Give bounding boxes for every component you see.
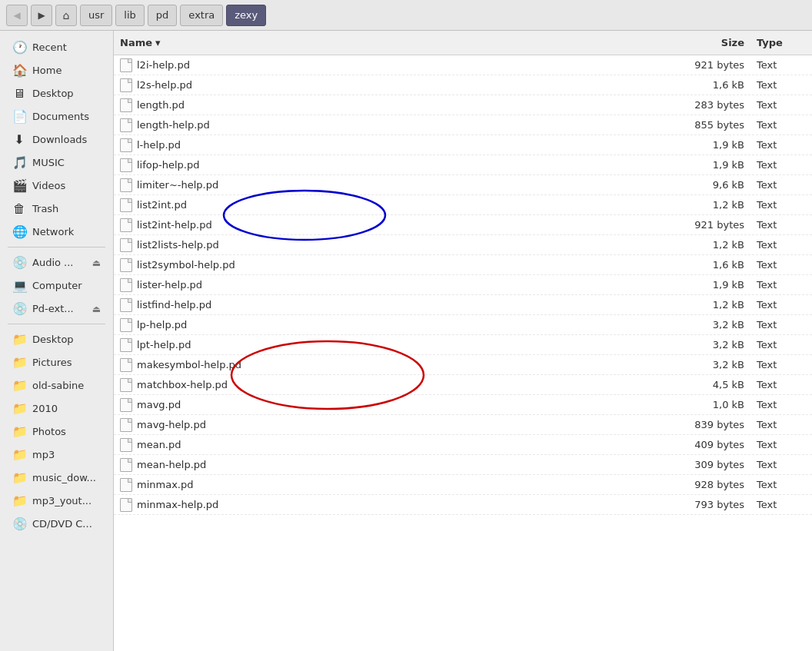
table-row[interactable]: lpt-help.pd 3,2 kB Text — [114, 335, 812, 355]
sidebar-label-recent: Recent — [32, 42, 67, 53]
file-icon — [120, 358, 132, 372]
home-crumb-icon[interactable]: ⌂ — [55, 5, 77, 26]
sidebar-label-trash: Trash — [32, 203, 58, 214]
file-icon — [120, 338, 132, 352]
sidebar-item-home[interactable]: 🏠 Home — [3, 59, 110, 81]
back-button[interactable]: ◀ — [6, 5, 28, 26]
sidebar-item-documents[interactable]: 📄 Documents — [3, 105, 110, 128]
mp3yout-icon: 📁 — [12, 493, 26, 508]
sidebar-label-pdext: Pd-ext... — [32, 303, 86, 314]
table-row[interactable]: l2s-help.pd 1,6 kB Text — [114, 75, 812, 95]
sidebar-item-pdext[interactable]: 💿 Pd-ext... ⏏ — [3, 297, 110, 320]
sidebar-item-music[interactable]: 🎵 MUSIC — [3, 151, 110, 174]
sidebar-item-cddvd[interactable]: 💿 CD/DVD C... — [3, 513, 110, 535]
sidebar-item-computer[interactable]: 💻 Computer — [3, 274, 110, 297]
crumb-lib[interactable]: lib — [115, 5, 144, 26]
sidebar-item-network[interactable]: 🌐 Network — [3, 221, 110, 243]
audio-eject-icon[interactable]: ⏏ — [92, 257, 101, 268]
col-header-name[interactable]: Name ▾ — [114, 37, 666, 48]
table-row[interactable]: limiter~-help.pd 9,6 kB Text — [114, 175, 812, 195]
table-row[interactable]: minmax.pd 928 bytes Text — [114, 475, 812, 495]
table-row[interactable]: listfind-help.pd 1,2 kB Text — [114, 295, 812, 315]
sidebar-item-recent[interactable]: 🕐 Recent — [3, 36, 110, 58]
table-row[interactable]: lifop-help.pd 1,9 kB Text — [114, 155, 812, 175]
file-name: lp-help.pd — [137, 319, 187, 330]
sidebar-label-desktop: Desktop — [32, 88, 74, 99]
file-name-cell: l-help.pd — [114, 138, 666, 152]
table-row[interactable]: mavg.pd 1,0 kB Text — [114, 395, 812, 415]
file-name-cell: limiter~-help.pd — [114, 178, 666, 192]
file-type: Text — [750, 299, 812, 311]
file-icon — [120, 158, 132, 172]
crumb-usr[interactable]: usr — [80, 5, 112, 26]
file-type: Text — [750, 99, 812, 111]
sidebar-item-desktop2[interactable]: 📁 Desktop — [3, 328, 110, 350]
table-row[interactable]: mavg-help.pd 839 bytes Text — [114, 415, 812, 435]
file-type: Text — [750, 59, 812, 71]
file-name: list2lists-help.pd — [137, 239, 219, 251]
sidebar-item-photos[interactable]: 📁 Photos — [3, 420, 110, 443]
sidebar-label-audio: Audio ... — [32, 257, 86, 268]
sidebar-item-desktop[interactable]: 🖥 Desktop — [3, 82, 110, 105]
file-type: Text — [750, 159, 812, 171]
table-row[interactable]: mean-help.pd 309 bytes Text — [114, 455, 812, 475]
sidebar-label-downloads: Downloads — [32, 134, 87, 145]
photos-icon: 📁 — [12, 424, 26, 439]
sidebar-item-downloads[interactable]: ⬇ Downloads — [3, 128, 110, 151]
file-name-cell: list2symbol-help.pd — [114, 258, 666, 272]
col-header-type[interactable]: Type — [750, 37, 812, 48]
sidebar-item-audio[interactable]: 💿 Audio ... ⏏ — [3, 251, 110, 274]
file-type: Text — [750, 379, 812, 390]
table-row[interactable]: list2int-help.pd 921 bytes Text — [114, 215, 812, 235]
sidebar-item-trash[interactable]: 🗑 Trash — [3, 198, 110, 220]
file-name-cell: mavg.pd — [114, 398, 666, 412]
sidebar-item-2010[interactable]: 📁 2010 — [3, 397, 110, 420]
table-row[interactable]: mean.pd 409 bytes Text — [114, 435, 812, 455]
file-name: mean-help.pd — [137, 459, 206, 470]
file-icon — [120, 418, 132, 432]
table-row[interactable]: list2int.pd 1,2 kB Text — [114, 195, 812, 215]
pdext-eject-icon[interactable]: ⏏ — [92, 304, 101, 314]
crumb-extra[interactable]: extra — [180, 5, 223, 26]
col-header-size[interactable]: Size — [666, 37, 750, 48]
file-type: Text — [750, 279, 812, 291]
sidebar-item-musicdow[interactable]: 📁 music_dow... — [3, 467, 110, 489]
sidebar-item-mp3yout[interactable]: 📁 mp3_yout... — [3, 490, 110, 512]
sidebar-label-musicdow: music_dow... — [32, 472, 96, 483]
sidebar-item-mp3[interactable]: 📁 mp3 — [3, 443, 110, 466]
table-row[interactable]: lister-help.pd 1,9 kB Text — [114, 275, 812, 295]
sidebar-label-oldsabine: old-sabine — [32, 380, 84, 391]
file-name: lpt-help.pd — [137, 339, 191, 350]
forward-button[interactable]: ▶ — [31, 5, 52, 26]
table-row[interactable]: matchbox-help.pd 4,5 kB Text — [114, 375, 812, 395]
file-icon — [120, 258, 132, 272]
table-row[interactable]: minmax-help.pd 793 bytes Text — [114, 495, 812, 515]
sidebar-label-mp3yout: mp3_yout... — [32, 495, 92, 507]
file-pane: Name ▾ Size Type l2i-help.pd 921 bytes T… — [114, 31, 812, 651]
file-icon — [120, 138, 132, 152]
file-icon — [120, 378, 132, 392]
table-row[interactable]: l2i-help.pd 921 bytes Text — [114, 55, 812, 75]
file-size: 1,0 kB — [666, 399, 750, 410]
sidebar: 🕐 Recent 🏠 Home 🖥 Desktop 📄 Documents ⬇ … — [0, 31, 114, 651]
table-row[interactable]: list2lists-help.pd 1,2 kB Text — [114, 235, 812, 255]
table-row[interactable]: list2symbol-help.pd 1,6 kB Text — [114, 255, 812, 275]
table-row[interactable]: lp-help.pd 3,2 kB Text — [114, 315, 812, 335]
crumb-pd[interactable]: pd — [148, 5, 178, 26]
sidebar-item-pictures[interactable]: 📁 Pictures — [3, 351, 110, 374]
file-icon — [120, 478, 132, 492]
file-name: minmax-help.pd — [137, 499, 218, 510]
table-row[interactable]: length-help.pd 855 bytes Text — [114, 115, 812, 135]
table-row[interactable]: l-help.pd 1,9 kB Text — [114, 135, 812, 155]
sidebar-item-videos[interactable]: 🎬 Videos — [3, 174, 110, 197]
oldsabine-icon: 📁 — [12, 378, 26, 393]
file-name-cell: l2i-help.pd — [114, 58, 666, 72]
file-name: l2s-help.pd — [137, 79, 192, 91]
table-row[interactable]: makesymbol-help.pd 3,2 kB Text — [114, 355, 812, 375]
file-size: 928 bytes — [666, 479, 750, 490]
file-icon — [120, 118, 132, 132]
sidebar-item-oldsabine[interactable]: 📁 old-sabine — [3, 374, 110, 397]
crumb-zexy[interactable]: zexy — [226, 5, 266, 26]
file-size: 4,5 kB — [666, 379, 750, 390]
table-row[interactable]: length.pd 283 bytes Text — [114, 95, 812, 115]
